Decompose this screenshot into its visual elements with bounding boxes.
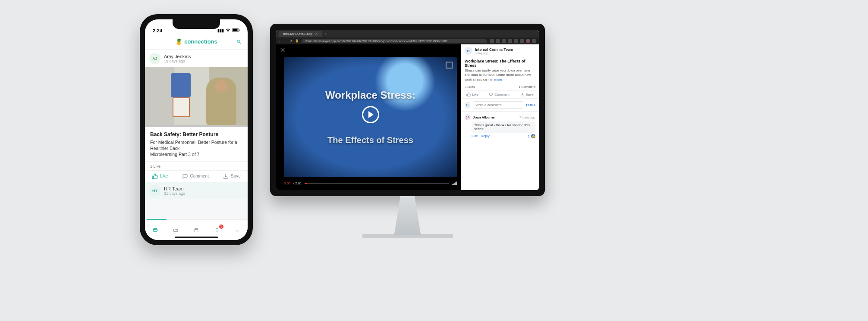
reload-button[interactable]: ⟳ xyxy=(290,39,292,43)
pineapple-icon: 🍍 xyxy=(175,38,182,45)
clipboard xyxy=(173,97,190,117)
poster-name: Internal Comms Team xyxy=(475,47,513,52)
svg-rect-1 xyxy=(233,29,237,31)
avatar: IT xyxy=(465,102,470,109)
post-body: Back Safety: Better Posture For Medical … xyxy=(145,127,248,161)
nav-calendar[interactable] xyxy=(192,225,201,235)
comment-like-button[interactable]: Like xyxy=(472,134,478,138)
like-label: Like xyxy=(160,174,168,178)
author-name: HR Team xyxy=(164,186,185,191)
save-button[interactable]: Save xyxy=(223,173,241,179)
browser-menu-icon[interactable] xyxy=(532,39,536,43)
post-desc: For Medical Personnel: Better Posture fo… xyxy=(150,139,242,158)
like-button[interactable]: Like xyxy=(152,173,168,179)
comment-input[interactable] xyxy=(473,101,523,109)
ext-icon[interactable] xyxy=(496,39,500,43)
address-bar-row: ← → ⟳ 🔒 demo.theemployeeapp.com/6d3017d4… xyxy=(276,37,539,44)
address-bar[interactable]: demo.theemployeeapp.com/6d3017d4704f7011… xyxy=(302,39,487,43)
notification-badge: 1 xyxy=(219,224,223,229)
commenter-name: Joan Alburne xyxy=(473,115,495,119)
wall-sign xyxy=(171,73,191,97)
video-viewer: Workplace Stress: The Effects of Stress … xyxy=(276,44,461,190)
profile-avatar-icon[interactable] xyxy=(526,39,530,43)
app-name: connections xyxy=(184,38,217,45)
volume-icon[interactable] xyxy=(452,181,457,185)
comment-ago: 7 hours ago xyxy=(519,116,535,119)
video-frame[interactable]: Workplace Stress: The Effects of Stress xyxy=(284,57,457,177)
side-panel: IT Internal Comms Team a day ago Workpla… xyxy=(461,44,539,190)
comment-reply-button[interactable]: Reply xyxy=(481,134,489,138)
bell-icon xyxy=(214,228,220,233)
signal-icon: ▮▮▮ xyxy=(217,28,224,33)
action-bar: Like Comment Save xyxy=(145,170,248,182)
search-button[interactable] xyxy=(235,37,243,46)
post-header[interactable]: HT HR Team 21 days ago xyxy=(145,182,248,199)
imac-mockup: theEMPLOYEEapp ✕ ＋ ← → ⟳ 🔒 demo.theemplo… xyxy=(270,24,545,238)
browser-tab[interactable]: theEMPLOYEEapp ✕ xyxy=(279,31,322,37)
comment-item: JA Joan Alburne 7 hours ago This is grea… xyxy=(461,112,539,141)
imac-screen: theEMPLOYEEapp ✕ ＋ ← → ⟳ 🔒 demo.theemplo… xyxy=(270,24,545,196)
ext-icon[interactable] xyxy=(514,39,518,43)
comment-body: This is great - thanks for sharing this … xyxy=(472,122,535,133)
post-button[interactable]: POST xyxy=(526,103,535,107)
panel-header: IT Internal Comms Team a day ago xyxy=(461,44,539,57)
author-name: Amy Jenkins xyxy=(164,54,191,59)
nav-home[interactable] xyxy=(151,225,160,235)
fullscreen-icon[interactable] xyxy=(446,62,453,69)
like-button[interactable]: Like xyxy=(466,92,478,97)
panel-title: Workplace Stress: The Effects of Stress xyxy=(461,57,539,69)
comment-compose: IT POST xyxy=(461,99,539,112)
nav-menu[interactable] xyxy=(233,225,242,235)
thumb-up-icon xyxy=(152,173,158,179)
ext-icon[interactable] xyxy=(508,39,512,43)
status-time: 2:24 xyxy=(153,28,162,33)
close-icon[interactable] xyxy=(280,47,286,53)
bottom-nav: 1 xyxy=(145,219,248,240)
save-icon xyxy=(520,92,525,97)
new-tab-button[interactable]: ＋ xyxy=(324,31,327,36)
post-header[interactable]: AJ Amy Jenkins 19 days ago xyxy=(145,50,248,67)
video-thumbnail[interactable] xyxy=(145,67,248,127)
status-icons: ▮▮▮ xyxy=(217,28,240,33)
calendar-icon xyxy=(194,228,199,233)
back-button[interactable]: ← xyxy=(279,40,282,43)
hamburger-icon xyxy=(235,228,240,233)
nav-notifications[interactable]: 1 xyxy=(212,225,222,235)
wifi-icon xyxy=(226,28,230,33)
forward-button[interactable]: → xyxy=(284,40,287,43)
play-button[interactable] xyxy=(362,106,379,123)
comments-count: 1 Comment xyxy=(519,85,535,89)
progress-bar[interactable] xyxy=(305,183,449,184)
ext-icon[interactable] xyxy=(490,39,494,43)
tab-strip: theEMPLOYEEapp ✕ ＋ xyxy=(276,30,539,37)
person-figure xyxy=(206,78,236,125)
like-label: Like xyxy=(472,93,478,97)
ext-icon[interactable] xyxy=(502,39,506,43)
comment-icon xyxy=(182,173,188,179)
panel-actions: Like Comment Save xyxy=(461,90,539,99)
video-controls: 0:00 / 2:01 xyxy=(284,179,457,187)
app-logo: 🍍 connections xyxy=(175,38,217,45)
comment-button[interactable]: Comment xyxy=(489,92,509,97)
post-likes: 1 Like xyxy=(145,161,248,170)
panel-desc: Stress can easily wear you down over tim… xyxy=(461,69,539,84)
lock-icon: 🔒 xyxy=(295,39,299,43)
ext-icon[interactable] xyxy=(520,39,524,43)
time-current: 0:00 xyxy=(284,181,291,185)
save-button[interactable]: Save xyxy=(520,92,534,97)
post-time: 19 days ago xyxy=(164,59,191,63)
svg-point-3 xyxy=(237,40,240,43)
comment-button[interactable]: Comment xyxy=(182,173,209,179)
svg-rect-7 xyxy=(195,228,198,232)
video-title-line: Workplace Stress: xyxy=(325,90,415,101)
nav-folder[interactable] xyxy=(171,225,180,235)
close-tab-icon[interactable]: ✕ xyxy=(315,32,318,36)
iphone-mockup: 2:24 ▮▮▮ 🍍 connections xyxy=(140,14,253,245)
home-indicator[interactable] xyxy=(175,237,218,238)
svg-line-4 xyxy=(240,42,241,44)
feed[interactable]: AJ Amy Jenkins 19 days ago Back Safety: … xyxy=(145,50,248,219)
page-content: Workplace Stress: The Effects of Stress … xyxy=(276,44,539,190)
svg-rect-5 xyxy=(153,228,157,231)
extension-icons xyxy=(490,39,536,43)
more-link[interactable]: more xyxy=(494,78,502,81)
